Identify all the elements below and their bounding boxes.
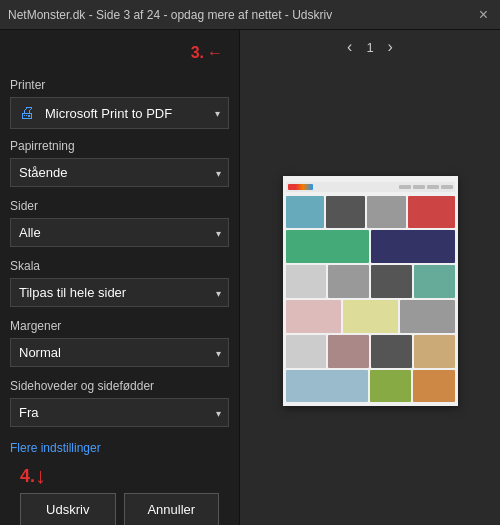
preview-cell <box>328 335 369 368</box>
step-3-label: 3. <box>191 44 204 62</box>
more-settings-link[interactable]: Flere indstillinger <box>10 441 229 455</box>
preview-inner <box>283 176 458 406</box>
preview-cell <box>371 265 412 298</box>
preview-cell <box>326 196 365 229</box>
scale-select[interactable]: Tilpas til hele sider Standard Tilpasset <box>10 278 229 307</box>
orientation-label: Papirretning <box>10 139 229 153</box>
preview-cell <box>286 265 327 298</box>
preview-nav-item <box>427 185 439 189</box>
preview-nav-item <box>441 185 453 189</box>
preview-cell <box>371 230 455 263</box>
printer-select[interactable]: Microsoft Print to PDF OneNote Adobe PDF <box>41 100 228 127</box>
preview-cell <box>400 300 455 333</box>
headers-select-wrapper[interactable]: Fra Til ▾ <box>10 398 229 427</box>
preview-cell <box>414 265 455 298</box>
preview-nav-item <box>413 185 425 189</box>
headers-label: Sidehoveder og sidefødder <box>10 379 229 393</box>
preview-row-2 <box>286 230 455 263</box>
printer-label: Printer <box>10 78 229 92</box>
headers-select[interactable]: Fra Til <box>10 398 229 427</box>
preview-cell <box>286 335 327 368</box>
preview-nav-items <box>399 185 453 189</box>
scale-label: Skala <box>10 259 229 273</box>
preview-header <box>286 182 455 192</box>
step-4-annotation: 4. ↓ <box>20 463 46 489</box>
preview-cell <box>343 300 398 333</box>
next-page-button[interactable]: › <box>384 38 397 56</box>
margins-select[interactable]: Normal Ingen Minimum Tilpasset <box>10 338 229 367</box>
buttons-row: Udskriv Annuller <box>20 493 219 525</box>
preview-nav-item <box>399 185 411 189</box>
preview-row-3 <box>286 265 455 298</box>
orientation-select-wrapper[interactable]: Stående Liggende ▾ <box>10 158 229 187</box>
preview-cell <box>408 196 455 229</box>
bottom-area: 4. ↓ Udskriv Annuller <box>10 455 229 525</box>
pages-select-wrapper[interactable]: Alle Tilpasset ▾ <box>10 218 229 247</box>
margins-select-wrapper[interactable]: Normal Ingen Minimum Tilpasset ▾ <box>10 338 229 367</box>
page-number: 1 <box>366 40 373 55</box>
step-3-annotation: 3. ← <box>10 44 229 62</box>
step-3-arrow: ← <box>207 44 223 62</box>
preview-cell <box>328 265 369 298</box>
title-text: NetMonster.dk - Side 3 af 24 - opdag mer… <box>8 8 332 22</box>
preview-logo <box>288 184 313 190</box>
prev-page-button[interactable]: ‹ <box>343 38 356 56</box>
preview-cell <box>286 300 341 333</box>
preview-panel: ‹ 1 › <box>240 30 500 525</box>
main-content: 3. ← Printer 🖨 Microsoft Print to PDF On… <box>0 30 500 525</box>
pages-select[interactable]: Alle Tilpasset <box>10 218 229 247</box>
preview-row-5 <box>286 335 455 368</box>
preview-cell <box>414 335 455 368</box>
preview-navigation: ‹ 1 › <box>343 38 397 56</box>
margins-label: Margener <box>10 319 229 333</box>
printer-icon: 🖨 <box>11 98 41 128</box>
step-4-arrow: ↓ <box>35 463 46 489</box>
preview-cell <box>370 370 411 403</box>
close-button[interactable]: × <box>475 6 492 24</box>
preview-cell <box>286 370 369 403</box>
preview-cell <box>371 335 412 368</box>
printer-select-wrapper[interactable]: 🖨 Microsoft Print to PDF OneNote Adobe P… <box>10 97 229 129</box>
preview-row-1 <box>286 196 455 229</box>
preview-row-4 <box>286 300 455 333</box>
title-bar: NetMonster.dk - Side 3 af 24 - opdag mer… <box>0 0 500 30</box>
page-preview <box>283 176 458 406</box>
print-dialog: NetMonster.dk - Side 3 af 24 - opdag mer… <box>0 0 500 525</box>
preview-cell <box>286 196 325 229</box>
preview-cell <box>286 230 370 263</box>
step-4-label: 4. <box>20 466 35 487</box>
preview-cell <box>413 370 454 403</box>
print-button[interactable]: Udskriv <box>20 493 116 525</box>
preview-cell <box>367 196 406 229</box>
preview-container <box>244 64 496 517</box>
cancel-button[interactable]: Annuller <box>124 493 220 525</box>
preview-row-6 <box>286 370 455 403</box>
orientation-select[interactable]: Stående Liggende <box>10 158 229 187</box>
scale-select-wrapper[interactable]: Tilpas til hele sider Standard Tilpasset… <box>10 278 229 307</box>
pages-label: Sider <box>10 199 229 213</box>
settings-panel: 3. ← Printer 🖨 Microsoft Print to PDF On… <box>0 30 240 525</box>
